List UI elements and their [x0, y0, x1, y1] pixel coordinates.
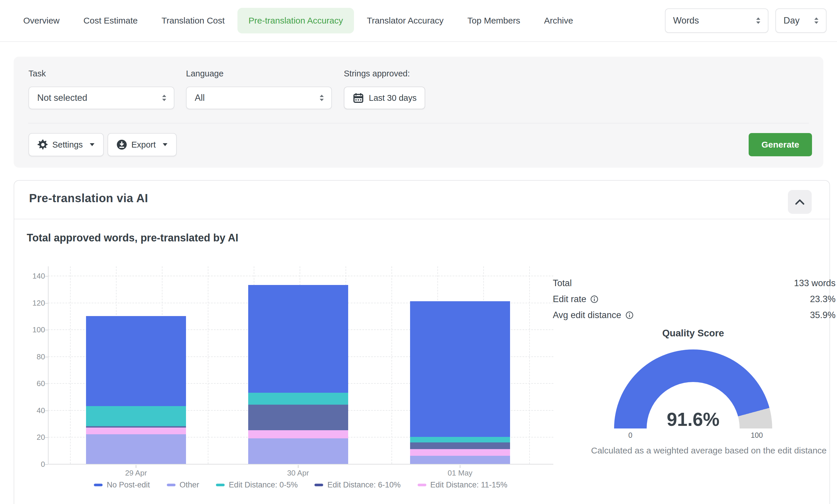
- date-range-button[interactable]: Last 30 days: [344, 87, 425, 109]
- chevron-up-icon: [795, 199, 805, 205]
- stat-total-label: Total: [553, 278, 572, 288]
- gear-icon: [37, 139, 48, 150]
- y-axis-label: 140: [16, 272, 45, 281]
- report-card: Pre-translation via AI Total approved wo…: [14, 180, 830, 504]
- legend-marker-icon: [94, 484, 103, 486]
- select-arrows-icon: [319, 93, 325, 102]
- x-axis-label: 01 May: [428, 469, 492, 478]
- export-button[interactable]: Export: [108, 133, 177, 156]
- bar-segment[interactable]: [86, 428, 186, 434]
- task-select[interactable]: Not selected: [29, 87, 174, 109]
- export-button-label: Export: [131, 140, 156, 149]
- gridline-vertical: [529, 266, 530, 464]
- language-select-value: All: [195, 93, 204, 103]
- y-axis-label: 100: [16, 325, 45, 334]
- y-axis-label: 60: [16, 379, 45, 388]
- y-axis-tick: [45, 303, 48, 304]
- gridline-vertical: [391, 266, 392, 464]
- bar-segment[interactable]: [248, 393, 348, 405]
- legend-marker-icon: [216, 484, 225, 486]
- legend-label: Edit Distance: 11-15%: [430, 481, 507, 489]
- gridline-vertical: [208, 266, 208, 464]
- bar-segment[interactable]: [248, 285, 348, 393]
- y-axis-tick: [45, 357, 48, 357]
- tab-pre-translation-accuracy[interactable]: Pre-translation Accuracy: [237, 8, 354, 33]
- period-select-value: Day: [784, 15, 800, 26]
- bar-segment[interactable]: [410, 456, 510, 464]
- gridline-horizontal: [48, 276, 553, 276]
- y-axis-tick: [45, 437, 48, 438]
- chart-legend: No Post-editOtherEdit Distance: 0-5%Edit…: [48, 481, 553, 489]
- legend-label: Other: [180, 481, 199, 489]
- language-select[interactable]: All: [186, 87, 332, 109]
- x-axis-line: [48, 464, 553, 465]
- info-icon[interactable]: [625, 311, 634, 319]
- select-arrows-icon: [161, 93, 167, 102]
- legend-item[interactable]: Edit Distance: 11-15%: [417, 481, 507, 489]
- x-axis-tick: [136, 465, 136, 468]
- section-title: Pre-translation via AI: [29, 192, 148, 205]
- stat-row-avg-edit-distance: Avg edit distance 35.9%: [553, 309, 836, 321]
- chart-title: Total approved words, pre-translated by …: [27, 232, 238, 244]
- legend-marker-icon: [417, 484, 426, 486]
- legend-item[interactable]: Edit Distance: 0-5%: [216, 481, 298, 489]
- report-tabs: Overview Cost Estimate Translation Cost …: [0, 0, 837, 42]
- legend-item[interactable]: No Post-edit: [94, 481, 150, 489]
- tab-archive[interactable]: Archive: [544, 16, 573, 25]
- tab-translation-cost[interactable]: Translation Cost: [162, 16, 225, 25]
- bar-segment[interactable]: [86, 316, 186, 406]
- stat-avg-edit-distance-value: 35.9%: [810, 310, 836, 320]
- filter-panel: Task Not selected Language All Strings a…: [14, 57, 823, 168]
- bar-segment[interactable]: [248, 430, 348, 438]
- legend-label: No Post-edit: [107, 481, 150, 489]
- tab-overview[interactable]: Overview: [23, 16, 59, 25]
- x-axis-label: 30 Apr: [266, 469, 330, 478]
- x-axis-tick: [298, 465, 299, 468]
- bar-segment[interactable]: [248, 404, 348, 430]
- y-axis-tick: [45, 464, 48, 465]
- bar-segment[interactable]: [86, 434, 186, 464]
- stat-total-value: 133 words: [794, 278, 836, 288]
- legend-item[interactable]: Other: [167, 481, 199, 489]
- y-axis-label: 80: [16, 353, 45, 361]
- settings-button[interactable]: Settings: [29, 133, 104, 156]
- legend-item[interactable]: Edit Distance: 6-10%: [315, 481, 400, 489]
- nav-controls: Words Day: [665, 8, 826, 33]
- task-label: Task: [29, 69, 46, 78]
- y-axis-tick: [45, 411, 48, 411]
- bar-segment[interactable]: [410, 437, 510, 443]
- stat-avg-edit-distance-label: Avg edit distance: [553, 310, 621, 320]
- tab-top-members[interactable]: Top Members: [467, 16, 520, 25]
- bar-segment[interactable]: [410, 301, 510, 437]
- stat-edit-rate-value: 23.3%: [810, 294, 836, 304]
- x-axis-tick: [460, 465, 460, 468]
- chevron-down-icon: [89, 143, 95, 147]
- tab-cost-estimate[interactable]: Cost Estimate: [84, 16, 138, 25]
- period-select[interactable]: Day: [776, 8, 826, 33]
- generate-button[interactable]: Generate: [749, 133, 812, 156]
- bar-segment[interactable]: [86, 406, 186, 426]
- bar-segment[interactable]: [410, 449, 510, 456]
- legend-label: Edit Distance: 6-10%: [327, 481, 400, 489]
- stat-row-edit-rate: Edit rate 23.3%: [553, 293, 836, 305]
- tab-translator-accuracy[interactable]: Translator Accuracy: [367, 16, 444, 25]
- y-axis-line: [48, 266, 49, 465]
- settings-button-label: Settings: [52, 140, 83, 149]
- bar-segment[interactable]: [86, 426, 186, 428]
- collapse-section-button[interactable]: [788, 190, 812, 214]
- bar-segment[interactable]: [248, 438, 348, 464]
- info-icon[interactable]: [590, 295, 599, 303]
- gauge-min-label: 0: [619, 431, 642, 439]
- bar-segment[interactable]: [410, 443, 510, 449]
- gauge-caption: Calculated as a weighted average based o…: [564, 446, 837, 455]
- y-axis-label: 120: [16, 299, 45, 308]
- gridline-vertical: [70, 266, 71, 464]
- unit-select-value: Words: [673, 15, 699, 26]
- card-divider: [14, 219, 830, 219]
- unit-select[interactable]: Words: [665, 8, 768, 33]
- download-circle-icon: [116, 139, 127, 150]
- date-range-value: Last 30 days: [369, 93, 416, 103]
- chevron-down-icon: [162, 143, 168, 147]
- y-axis-label: 40: [16, 406, 45, 415]
- quality-score-title: Quality Score: [614, 328, 772, 339]
